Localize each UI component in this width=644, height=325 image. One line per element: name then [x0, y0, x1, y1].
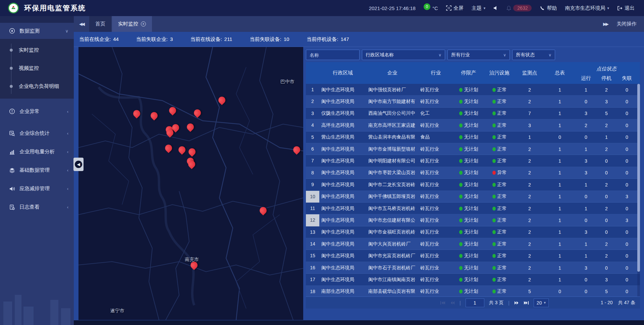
sidebar-item-video-monitor[interactable]: 视频监控 — [0, 59, 74, 77]
cell-running: 1 — [576, 147, 596, 152]
map-panel[interactable]: 巴中市南充市遂宁市 — [78, 47, 303, 320]
limit-status-dot-icon — [459, 111, 463, 115]
sidebar-item-realtime-monitor[interactable]: 实时监控 — [0, 41, 74, 59]
name-filter-input[interactable] — [310, 52, 356, 58]
region-filter-select[interactable]: 行政区域名称 ∨ — [362, 50, 445, 60]
sidebar-group-power-analysis[interactable]: 企业用电量分析 ‹ — [0, 143, 74, 161]
cell-running: 3 — [576, 111, 596, 116]
cell-treatment-status: 正常 — [484, 241, 515, 247]
table-row[interactable]: 15 阆中生态环境局 阆中市光富页岩机砖厂 砖瓦行业 无计划 正常 2 1 1 … — [306, 250, 640, 262]
table-row[interactable]: 1 阆中生态环境局 阆中强锐页岩砖厂 砖瓦行业 无计划 正常 2 1 1 2 0 — [306, 84, 640, 96]
top-header: 环保用电监管系统 2021-02-25 17:46:18 0 °C 全屏 主题▾ — [0, 0, 644, 16]
scrollbar-thumb[interactable] — [637, 84, 640, 272]
cell-company: 营山县润丰肉食品有限 — [366, 134, 418, 140]
logout-button[interactable]: 退出 — [617, 5, 635, 11]
page-size-select[interactable]: 20 ▾ — [534, 299, 549, 307]
table-row[interactable]: 2 阆中生态环境局 阆中市南方节能建材有 砖瓦行业 无计划 正常 2 1 0 3… — [306, 96, 640, 107]
total-rows-label: 共 47 条 — [618, 300, 635, 306]
speaker-button[interactable] — [493, 6, 498, 10]
org-dropdown[interactable]: 南充市生态环境局▾ — [565, 5, 609, 11]
tabs-scroll-right-button[interactable]: ▶▶ — [603, 21, 608, 26]
industry-filter-select[interactable]: 所有行业 ∨ — [447, 50, 510, 60]
table-row[interactable]: 8 阆中生态环境局 阆中市枣碧大梁山页岩 砖瓦行业 无计划 异常 2 1 3 0… — [306, 167, 640, 179]
treat-dot — [492, 135, 496, 139]
sidebar-group-data-monitor[interactable]: 数据监测 ∨ — [0, 23, 74, 39]
sidebar-group-enterprise-statistics[interactable]: 企业综合统计 ‹ — [0, 124, 74, 143]
cell-limit-status: 无计划 — [453, 265, 484, 271]
cell-treatment-status: 正常 — [484, 158, 515, 164]
notification-widget[interactable]: 2632 — [506, 5, 532, 11]
last-page-button[interactable] — [524, 301, 529, 305]
cell-total-meter: 1 — [544, 182, 576, 187]
table-row[interactable]: 7 阆中生态环境局 阆中明阳建材有限公司 砖瓦行业 无计划 正常 2 1 3 0… — [306, 155, 640, 167]
page-number-input[interactable] — [466, 299, 484, 307]
cell-treatment-status: 正常 — [484, 122, 515, 128]
map-collapse-button[interactable]: ◀ — [73, 158, 84, 171]
table-row[interactable]: 6 阆中生态环境局 阆中市金博瑞新型墙材 砖瓦行业 无计划 正常 2 1 1 2… — [306, 143, 640, 155]
chevron-down-icon: ∨ — [548, 53, 551, 57]
map-city-label: 遂宁市 — [110, 308, 124, 314]
fullscreen-button[interactable]: 全屏 — [446, 5, 464, 11]
cell-treatment-status: 正常 — [484, 146, 515, 152]
prev-page-button[interactable] — [450, 301, 455, 305]
sidebar-group-enterprise-abnormal[interactable]: 企业异常 ‹ — [0, 99, 74, 124]
cell-lost: 3 — [616, 194, 637, 199]
cell-stopped: 0 — [596, 194, 616, 199]
sidebar-group-emergency-reduction[interactable]: 应急减排管理 ‹ — [0, 179, 74, 198]
datetime: 2021-02-25 17:46:18 — [369, 5, 416, 11]
cell-region: 阆中生态环境局 — [319, 87, 366, 93]
row-index: 3 — [306, 108, 319, 119]
table-row[interactable]: 13 阆中生态环境局 阆中市金福旺页岩机砖 砖瓦行业 无计划 正常 2 1 3 … — [306, 226, 640, 238]
cell-running: 3 — [576, 265, 596, 271]
name-filter-field[interactable] — [306, 50, 360, 60]
cell-total-meter: 1 — [544, 218, 576, 223]
tab-close-icon[interactable]: × — [141, 21, 146, 26]
tab-home[interactable]: 首页 — [89, 16, 111, 32]
cell-running: 0 — [576, 218, 596, 223]
table-row[interactable]: 9 阆中生态环境局 阆中市二龙长宝页岩砖 砖瓦行业 无计划 正常 2 1 1 2… — [306, 179, 640, 191]
treat-dot — [492, 218, 496, 222]
row-index: 4 — [306, 119, 319, 131]
table-row[interactable]: 17 阆中生态环境局 阆中市江南镇阆南页岩 砖瓦行业 无计划 正常 2 1 0 … — [306, 274, 640, 285]
treat-dot — [492, 100, 496, 104]
workspace: 巴中市南充市遂宁市 行政区域名称 ∨ 所有行业 ∨ — [74, 47, 644, 320]
help-button[interactable]: 帮助 — [540, 5, 557, 11]
col-header-limit: 停限产 — [453, 62, 484, 84]
close-operations-button[interactable]: 关闭操作 — [616, 21, 637, 27]
table-row[interactable]: 14 阆中生态环境局 阆中大兴页岩机砖厂 砖瓦行业 无计划 正常 2 1 1 2… — [306, 238, 640, 250]
status-filter-select[interactable]: 所有状态 ∨ — [512, 50, 555, 60]
cell-company: 阆中明阳建材有限公司 — [366, 158, 418, 164]
tabs-scroll-left-button[interactable]: ◀◀ — [74, 16, 89, 32]
sidebar-group-log-view[interactable]: 日志查看 ‹ — [0, 198, 74, 216]
bar-chart-icon — [9, 149, 15, 155]
sidebar-group-base-data[interactable]: 基础数据管理 ‹ — [0, 161, 74, 179]
cell-company: 阆中市忠信建材有限公 — [366, 217, 418, 223]
cell-lost: 0 — [616, 99, 637, 104]
table-row[interactable]: 11 阆中生态环境局 阆中市五马桥页岩机砖 砖瓦行业 无计划 正常 2 1 1 … — [306, 203, 640, 214]
table-row[interactable]: 18 南部生态环境局 南部县砚华山页岩有限 砖瓦行业 无计划 正常 5 0 0 … — [306, 286, 640, 296]
row-index: 8 — [306, 167, 319, 179]
table-row[interactable]: 4 高坪生态环境局 南充市高坪区王家店建 砖瓦行业 无计划 正常 3 1 2 2… — [306, 119, 640, 131]
cell-company: 阆中大兴页岩机砖厂 — [366, 241, 418, 247]
table-row[interactable]: 10 阆中生态环境局 阆中千佛镇五郎垭页岩 砖瓦行业 无计划 正常 2 1 0 … — [306, 191, 640, 203]
table-scrollbar[interactable] — [637, 84, 640, 296]
cell-company: 阆中市石子页岩机砖厂 — [366, 265, 418, 271]
cell-total-meter: 1 — [544, 111, 576, 116]
tab-realtime-monitor[interactable]: 实时监控 × — [112, 16, 152, 32]
table-row[interactable]: 3 仪陇生态环境局 西南油气田分公司川中 化工 无计划 正常 7 1 3 5 0 — [306, 108, 640, 119]
table-row[interactable]: 5 营山生态环境局 营山县润丰肉食品有限 食品 无计划 正常 1 0 0 1 0 — [306, 131, 640, 143]
theme-dropdown[interactable]: 主题▾ — [472, 5, 486, 11]
cell-stopped: 3 — [596, 99, 616, 104]
app-title: 环保用电监管系统 — [24, 3, 86, 13]
row-index: 9 — [306, 179, 319, 191]
first-page-button[interactable] — [440, 301, 445, 305]
cell-region: 营山生态环境局 — [319, 134, 366, 140]
chevron-left-icon: ‹ — [67, 186, 68, 191]
table-row[interactable]: 16 阆中生态环境局 阆中市石子页岩机砖厂 砖瓦行业 无计划 正常 2 1 3 … — [306, 262, 640, 274]
table-row[interactable]: 12 阆中生态环境局 阆中市忠信建材有限公 砖瓦行业 无计划 正常 2 1 0 … — [306, 214, 640, 226]
treat-dot — [492, 289, 496, 293]
sidebar-item-power-load-detail[interactable]: 企业电力负荷明细 — [0, 77, 74, 95]
col-header-company: 企业 — [366, 62, 418, 84]
treat-dot — [492, 123, 496, 127]
next-page-button[interactable] — [514, 301, 519, 305]
